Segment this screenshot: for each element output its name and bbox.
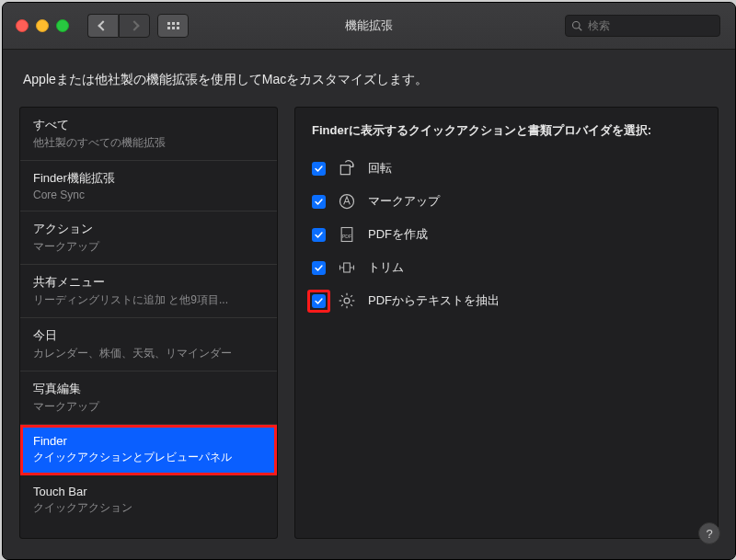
option-checkbox[interactable] [312, 162, 326, 176]
option-checkbox[interactable] [312, 228, 326, 242]
option-label: PDFを作成 [368, 226, 428, 243]
sidebar-item-title: 共有メニュー [33, 274, 264, 291]
option-checkbox[interactable] [312, 261, 326, 275]
pdf-icon: PDF [337, 224, 357, 245]
svg-rect-2 [340, 166, 350, 175]
option-label: トリム [368, 259, 404, 276]
svg-line-1 [579, 28, 581, 30]
gear-icon [337, 291, 357, 311]
show-all-button[interactable] [157, 14, 189, 38]
preferences-window: 機能拡張 Appleまたは他社製の機能拡張を使用してMacをカスタマイズします。… [2, 2, 736, 560]
sidebar-item-subtitle: マークアップ [33, 239, 264, 255]
sidebar-item-2[interactable]: アクションマークアップ [20, 211, 277, 265]
sidebar-item-0[interactable]: すべて他社製のすべての機能拡張 [20, 108, 277, 161]
sidebar-item-3[interactable]: 共有メニューリーディングリストに追加 と他9項目... [20, 265, 277, 318]
detail-panel: Finderに表示するクイックアクションと書類プロバイダを選択: 回転マークアッ… [294, 107, 719, 539]
search-input[interactable] [586, 18, 714, 33]
sidebar-item-subtitle: クイックアクションとプレビューパネル [33, 450, 264, 465]
option-checkbox[interactable] [312, 294, 326, 308]
search-field[interactable] [565, 15, 720, 37]
titlebar: 機能拡張 [3, 3, 735, 50]
sidebar-item-subtitle: カレンダー、株価、天気、リマインダー [33, 346, 264, 361]
sidebar-item-subtitle: マークアップ [33, 399, 264, 415]
svg-line-12 [341, 295, 343, 297]
window-controls [16, 19, 69, 32]
chevron-left-icon [98, 20, 108, 30]
option-row-1: マークアップ [312, 185, 701, 218]
svg-text:PDF: PDF [342, 234, 351, 239]
svg-point-7 [344, 298, 350, 303]
option-checkbox[interactable] [312, 195, 326, 209]
panel-heading: Finderに表示するクイックアクションと書類プロバイダを選択: [312, 122, 701, 139]
sidebar-item-title: アクション [33, 221, 264, 237]
option-row-2: PDFPDFを作成 [312, 218, 701, 251]
sidebar-item-4[interactable]: 今日カレンダー、株価、天気、リマインダー [20, 318, 277, 371]
option-row-0: 回転 [312, 152, 701, 185]
svg-rect-6 [344, 263, 351, 272]
option-row-3: トリム [312, 251, 701, 284]
help-button[interactable]: ? [698, 522, 720, 544]
trim-icon [337, 257, 357, 278]
sidebar-item-5[interactable]: 写真編集マークアップ [20, 371, 277, 425]
sidebar-item-1[interactable]: Finder機能拡張Core Sync [20, 161, 277, 211]
options-list: 回転マークアップPDFPDFを作成トリムPDFからテキストを抽出 [312, 152, 701, 317]
content-area: すべて他社製のすべての機能拡張Finder機能拡張Core Syncアクションマ… [3, 107, 735, 539]
rotate-icon [337, 158, 357, 178]
option-label: マークアップ [368, 193, 440, 210]
zoom-window-button[interactable] [56, 19, 69, 32]
svg-line-15 [351, 295, 352, 297]
sidebar-item-title: Finder機能拡張 [33, 170, 264, 187]
back-button[interactable] [87, 14, 119, 38]
grid-icon [167, 22, 179, 29]
sidebar-item-7[interactable]: Touch Barクイックアクション [20, 475, 277, 525]
svg-point-0 [573, 22, 581, 29]
sidebar-item-title: 写真編集 [33, 381, 264, 397]
option-row-4: PDFからテキストを抽出 [312, 284, 701, 317]
sidebar-item-subtitle: リーディングリストに追加 と他9項目... [33, 292, 264, 308]
sidebar: すべて他社製のすべての機能拡張Finder機能拡張Core Syncアクションマ… [19, 107, 278, 539]
chevron-right-icon [129, 20, 139, 30]
markup-icon [337, 191, 357, 211]
sidebar-item-6[interactable]: Finderクイックアクションとプレビューパネル [20, 425, 277, 475]
svg-line-13 [351, 304, 352, 306]
sidebar-item-title: 今日 [33, 327, 264, 344]
sidebar-item-title: Touch Bar [33, 485, 264, 498]
search-icon [571, 20, 582, 31]
sidebar-item-title: Finder [33, 434, 264, 448]
nav-buttons [87, 14, 150, 38]
option-label: PDFからテキストを抽出 [368, 292, 500, 309]
forward-button[interactable] [119, 14, 150, 38]
minimize-window-button[interactable] [36, 19, 49, 32]
sidebar-item-subtitle: クイックアクション [33, 500, 264, 516]
sidebar-item-subtitle: 他社製のすべての機能拡張 [33, 135, 264, 151]
sidebar-item-subtitle: Core Sync [33, 189, 264, 201]
close-window-button[interactable] [16, 19, 29, 32]
description-text: Appleまたは他社製の機能拡張を使用してMacをカスタマイズします。 [3, 50, 735, 107]
option-label: 回転 [368, 160, 392, 177]
sidebar-item-title: すべて [33, 117, 264, 133]
svg-line-14 [341, 304, 343, 306]
